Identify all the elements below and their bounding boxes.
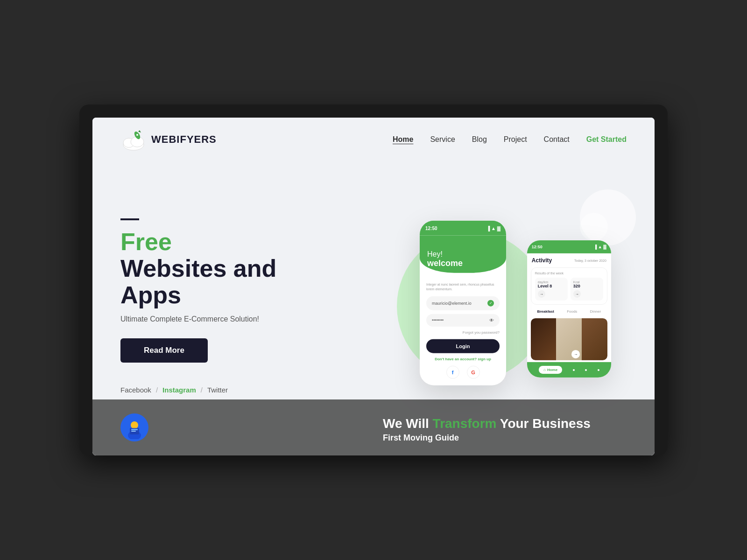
phone1-check-icon: ✓ (487, 300, 494, 306)
social-facebook[interactable]: Facebook (120, 386, 151, 394)
phone1-icons: ▐ ▲ ▓ (486, 225, 500, 231)
phone2-activity-label: Activity (532, 257, 552, 264)
phone2-stat2-value: 320 (573, 284, 600, 288)
transform-sub: First Moving Guide (383, 433, 627, 443)
avatar-circle (120, 413, 148, 441)
phone1-facebook-icon[interactable]: f (446, 365, 459, 378)
phone2-nav-item-4[interactable] (598, 369, 599, 371)
phone2-time: 12:50 (532, 245, 543, 249)
phone2-tab-dinner[interactable]: Dinner (590, 309, 601, 314)
phone2-food-img-3 (582, 318, 607, 360)
phone1-social-row: f G (426, 365, 500, 378)
sep-1: / (156, 386, 158, 394)
nav-item-contact[interactable]: Contact (544, 135, 570, 144)
phone1-password-field[interactable]: •••••••• 👁 (426, 314, 500, 326)
nav-cta-link[interactable]: Get Started (586, 135, 627, 143)
nav-links: Home Service Blog Project Contact Get St… (393, 135, 627, 144)
svg-rect-10 (131, 429, 138, 430)
hero-accent-line (120, 218, 139, 220)
phone2-arrow-1: → (538, 290, 545, 298)
phone1-google-icon[interactable]: G (467, 365, 480, 378)
nav-item-blog[interactable]: Blog (472, 135, 487, 144)
phone1-email-field[interactable]: mauricio@element.io ✓ (426, 296, 500, 310)
phone1-time: 12:50 (425, 225, 437, 231)
phone2-stat2-label: Kcal (573, 280, 600, 284)
phone1-eye-icon: 👁 (489, 317, 494, 322)
logo-icon (120, 128, 147, 151)
nav-item-home[interactable]: Home (393, 135, 413, 144)
bottom-content-peek: We Will Transform Your Business First Mo… (92, 413, 655, 443)
nav-item-service[interactable]: Service (430, 135, 455, 144)
phone2-stat-box-1: day/km Level 8 → (535, 278, 568, 301)
svg-point-7 (131, 421, 138, 429)
phone2-bottom-nav: ⌂ Home (527, 362, 611, 378)
phone2-nav-dot-3 (585, 369, 587, 371)
hero-title: Free Websites and Apps (120, 229, 317, 309)
phone1-status-bar: 12:50 ▐ ▲ ▓ (420, 221, 506, 236)
sep-2: / (201, 386, 203, 394)
brand-name: WEBIFYERS (151, 133, 217, 146)
social-links: Facebook / Instagram / Twitter (120, 386, 317, 394)
phone2-stat1-label: day/km (538, 280, 565, 284)
phone2-date: Today, 3 october 2020 (574, 259, 606, 262)
phone2-nav-item-2[interactable] (573, 369, 575, 371)
phone2-nav-dot-4 (598, 369, 599, 371)
social-instagram[interactable]: Instagram (162, 386, 196, 394)
phone2-results-card: Results of the week day/km Level 8 → Kca… (531, 267, 607, 305)
hero-title-green: Free (120, 228, 172, 255)
phone2-stat-box-2: Kcal 320 → (571, 278, 603, 301)
transform-prefix: We Will (383, 416, 429, 431)
phone2-home-icon: ⌂ (543, 368, 546, 372)
phone2-food-overlay: → (571, 350, 580, 358)
phone2-home-label: Home (547, 368, 557, 372)
phone2-status-icons: ▐ ▲ ▓ (594, 245, 606, 249)
phone2-food-images: → (531, 318, 607, 360)
phone2-food-img-1 (531, 318, 557, 360)
phone2-status-bar: 12:50 ▐ ▲ ▓ (527, 240, 611, 253)
read-more-button[interactable]: Read More (120, 338, 208, 363)
svg-rect-11 (131, 431, 136, 432)
svg-point-5 (136, 134, 138, 136)
transform-suffix: Your Business (500, 416, 591, 431)
phone2-stat1-value: Level 8 (538, 284, 565, 288)
phone1-forgot-password[interactable]: Forgot you password? (426, 330, 500, 334)
social-twitter[interactable]: Twitter (207, 386, 228, 394)
nav-link-service[interactable]: Service (430, 135, 455, 143)
nav-link-blog[interactable]: Blog (472, 135, 487, 143)
phone2-arrow-2: → (573, 290, 581, 298)
phone1-login-button[interactable]: Login (426, 339, 500, 353)
phone2-tabs: Breakfast Foods Dinner (527, 307, 611, 316)
phone2-home-button[interactable]: ⌂ Home (539, 366, 562, 374)
phone2-nav-dot-2 (573, 369, 575, 371)
nav-link-project[interactable]: Project (504, 135, 527, 143)
monitor-frame: WEBIFYERS Home Service Blog Project Cont… (79, 105, 668, 455)
phone1-email-value: mauricio@element.io (432, 301, 472, 305)
transform-green: Transform (433, 416, 497, 431)
nav-link-contact[interactable]: Contact (544, 135, 570, 143)
deco-shape-2 (580, 213, 608, 241)
phone2-tab-foods[interactable]: Foods (567, 309, 577, 314)
nav-item-project[interactable]: Project (504, 135, 527, 144)
phone2-tab-breakfast[interactable]: Breakfast (537, 309, 554, 314)
svg-marker-4 (138, 130, 141, 133)
dark-overlay: We Will Transform Your Business First Mo… (92, 399, 655, 455)
phone2-food-img-2: → (556, 318, 582, 360)
transform-title: We Will Transform Your Business (383, 416, 627, 431)
phone1-signup-link[interactable]: sign up (478, 357, 491, 361)
phone2-nav-item-3[interactable] (585, 369, 587, 371)
hero-subtitle: Ultimate Complete E-Commerce Solution! (120, 315, 317, 323)
phone-mockup-login: 12:50 ▐ ▲ ▓ Hey! welcome Integer at nunc… (420, 221, 506, 385)
monitor-screen: WEBIFYERS Home Service Blog Project Cont… (92, 118, 655, 455)
phone1-desc: Integer at nunc laoreet sem, rhoncus pha… (426, 282, 500, 292)
navbar: WEBIFYERS Home Service Blog Project Cont… (92, 118, 655, 161)
bottom-left-peek (120, 413, 364, 443)
bottom-right-peek: We Will Transform Your Business First Mo… (383, 413, 627, 443)
hero-title-rest: Websites and Apps (120, 255, 276, 308)
phone1-header: Hey! welcome (420, 236, 506, 273)
nav-link-home[interactable]: Home (393, 135, 413, 143)
phone1-hey: Hey! (427, 250, 443, 259)
phone1-signup-text: Don't have an account? sign up (426, 357, 500, 361)
nav-item-cta[interactable]: Get Started (586, 135, 627, 144)
phone1-welcome: welcome (427, 259, 463, 268)
phone1-body: Integer at nunc laoreet sem, rhoncus pha… (420, 279, 506, 385)
